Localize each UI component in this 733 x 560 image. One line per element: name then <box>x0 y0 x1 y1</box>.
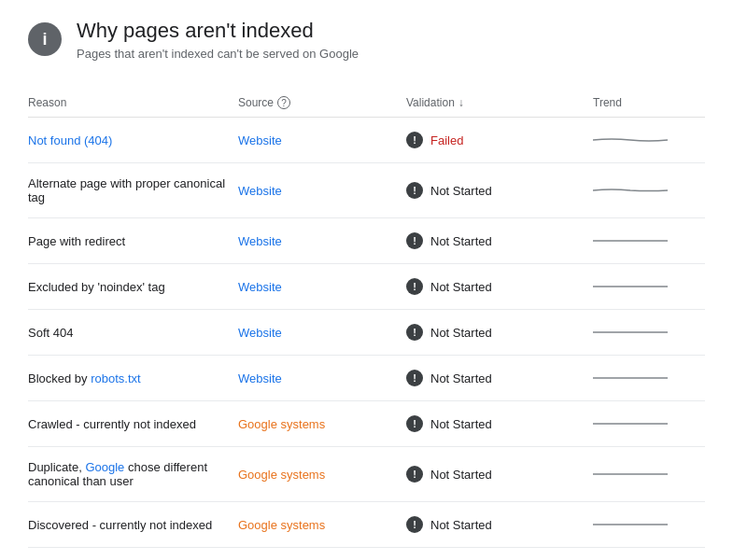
trend-line <box>593 414 668 433</box>
header-text: Why pages aren't indexed Pages that aren… <box>77 19 359 61</box>
reason-link[interactable]: robots.txt <box>91 371 140 385</box>
status-text: Not Started <box>430 417 492 431</box>
table-header: Reason Source ? Validation ↓ Trend <box>28 89 705 118</box>
validation-cell: !Not Started <box>406 324 593 341</box>
reason-cell: Page with redirect <box>28 234 238 248</box>
validation-cell: !Not Started <box>406 278 593 295</box>
status-icon: ! <box>406 370 423 386</box>
trend-cell <box>593 465 705 483</box>
reason-cell: Alternate page with proper canonical tag <box>28 176 238 204</box>
source-value: Website <box>238 326 282 340</box>
reason-link[interactable]: Not found (404) <box>28 133 112 147</box>
source-value: Google systems <box>238 518 325 532</box>
source-cell: Google systems <box>238 518 406 532</box>
trend-cell <box>593 131 705 149</box>
status-text: Not Started <box>430 326 492 340</box>
reason-cell: Discovered - currently not indexed <box>28 518 238 532</box>
trend-line <box>593 515 668 534</box>
trend-line <box>593 465 668 483</box>
col-trend: Trend <box>593 96 705 109</box>
validation-cell: !Not Started <box>406 415 593 432</box>
status-text: Not Started <box>430 518 492 532</box>
trend-line <box>593 181 668 200</box>
reason-text: Excluded by 'noindex' tag <box>28 280 165 294</box>
table-row: Soft 404Website!Not Started <box>28 310 705 356</box>
reason-cell: Duplicate, Google chose different canoni… <box>28 460 238 488</box>
validation-cell: !Not Started <box>406 232 593 249</box>
status-text: Not Started <box>430 468 492 482</box>
trend-line <box>593 369 668 387</box>
validation-cell: !Failed <box>406 132 593 148</box>
trend-cell <box>593 323 705 342</box>
page-subtitle: Pages that aren't indexed can't be serve… <box>77 47 359 61</box>
col-validation: Validation ↓ <box>406 96 593 109</box>
status-icon: ! <box>406 232 423 249</box>
status-icon: ! <box>406 278 423 295</box>
trend-cell <box>593 277 705 296</box>
sort-arrow-icon[interactable]: ↓ <box>458 96 464 109</box>
trend-cell <box>593 515 705 534</box>
validation-cell: !Not Started <box>406 466 593 483</box>
source-value: Website <box>238 280 282 294</box>
reason-cell: Soft 404 <box>28 326 238 340</box>
table-row: Alternate page with proper canonical tag… <box>28 163 705 218</box>
source-value: Website <box>238 234 282 248</box>
table-row: Crawled - currently not indexedGoogle sy… <box>28 401 705 447</box>
page-title: Why pages aren't indexed <box>77 19 359 43</box>
table-body: Not found (404)Website!FailedAlternate p… <box>28 118 705 548</box>
status-text: Not Started <box>430 280 492 294</box>
status-icon: ! <box>406 132 423 148</box>
table-row: Discovered - currently not indexedGoogle… <box>28 502 705 548</box>
source-value: Google systems <box>238 417 325 431</box>
trend-line <box>593 131 668 149</box>
trend-cell <box>593 414 705 433</box>
reason-cell: Blocked by robots.txt <box>28 371 238 385</box>
trend-cell <box>593 181 705 200</box>
source-cell: Website <box>238 326 406 340</box>
source-cell: Google systems <box>238 468 406 482</box>
reason-cell: Not found (404) <box>28 133 238 147</box>
source-value: Website <box>238 133 282 147</box>
reason-text: Crawled - currently not indexed <box>28 417 196 431</box>
table-row: Duplicate, Google chose different canoni… <box>28 447 705 502</box>
source-value: Google systems <box>238 468 325 482</box>
trend-cell <box>593 231 705 250</box>
status-text: Not Started <box>430 371 492 385</box>
col-source: Source ? <box>238 96 406 109</box>
status-icon: ! <box>406 324 423 341</box>
status-text: Failed <box>430 133 463 147</box>
reason-text: Soft 404 <box>28 326 73 340</box>
info-icon: i <box>28 22 62 56</box>
status-icon: ! <box>406 415 423 432</box>
source-value: Website <box>238 184 282 198</box>
table-row: Blocked by robots.txtWebsite!Not Started <box>28 356 705 401</box>
trend-line <box>593 231 668 250</box>
source-cell: Website <box>238 280 406 294</box>
source-cell: Website <box>238 234 406 248</box>
status-icon: ! <box>406 182 423 199</box>
status-icon: ! <box>406 516 423 533</box>
reason-text: Page with redirect <box>28 234 125 248</box>
page-header: i Why pages aren't indexed Pages that ar… <box>28 19 705 61</box>
reason-link[interactable]: Google <box>85 460 124 474</box>
table-row: Not found (404)Website!Failed <box>28 118 705 163</box>
trend-cell <box>593 369 705 387</box>
reason-cell: Excluded by 'noindex' tag <box>28 280 238 294</box>
status-text: Not Started <box>430 234 492 248</box>
validation-cell: !Not Started <box>406 182 593 199</box>
source-cell: Website <box>238 133 406 147</box>
validation-cell: !Not Started <box>406 370 593 386</box>
table-row: Excluded by 'noindex' tagWebsite!Not Sta… <box>28 264 705 310</box>
source-cell: Google systems <box>238 417 406 431</box>
validation-cell: !Not Started <box>406 516 593 533</box>
status-icon: ! <box>406 466 423 483</box>
status-text: Not Started <box>430 184 492 198</box>
source-cell: Website <box>238 371 406 385</box>
col-reason: Reason <box>28 96 238 109</box>
source-help-icon[interactable]: ? <box>277 96 290 109</box>
main-table: Reason Source ? Validation ↓ Trend Not f… <box>28 89 705 548</box>
reason-text: Discovered - currently not indexed <box>28 518 212 532</box>
trend-line <box>593 323 668 342</box>
source-cell: Website <box>238 184 406 198</box>
reason-text: Alternate page with proper canonical tag <box>28 176 225 204</box>
